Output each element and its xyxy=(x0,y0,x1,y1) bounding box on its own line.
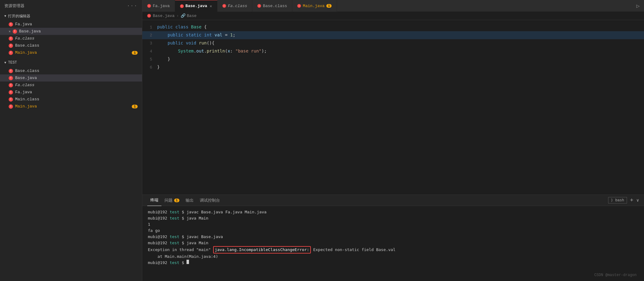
code-line-5: 5 } xyxy=(142,55,644,63)
sidebar-filename: Main.java xyxy=(15,50,37,55)
sidebar-more-button[interactable]: ··· xyxy=(127,3,138,9)
code-line-6: 6 } xyxy=(142,63,644,71)
sidebar-filename: Fa.java xyxy=(15,90,32,94)
error-dot: ! xyxy=(9,83,13,87)
problems-badge: 1 xyxy=(174,199,179,202)
term-host: test xyxy=(170,260,179,266)
code-line-2: 2 public static int val = 1; xyxy=(142,31,644,39)
test-section-label: TEST xyxy=(8,61,17,65)
open-editors-label: 打开的编辑器 xyxy=(8,14,30,19)
terminal-line: fa go xyxy=(148,228,638,234)
terminal-panel: 终端 问题 1 输出 调试控制台 ⟩ bash + ∨ mubi@192 te xyxy=(142,195,644,281)
sidebar-item-fa-java-open[interactable]: ! Fa.java xyxy=(0,21,142,28)
sidebar-item-test-base-class[interactable]: ! Base.class xyxy=(0,67,142,74)
sidebar: 资源管理器 ··· ▼ 打开的编辑器 ! Fa.java ✕ ! Base.ja… xyxy=(0,0,142,281)
sidebar-filename: Base.class xyxy=(15,43,39,48)
terminal-line: mubi@192 test $ javac Base.java Fa.java … xyxy=(148,209,638,215)
badge: 1 xyxy=(132,51,138,55)
sidebar-filename: Fa.class xyxy=(15,36,34,41)
breadcrumb: ! Base.java › 🔗 Base xyxy=(142,12,644,20)
term-host: test xyxy=(170,234,179,240)
code-editor[interactable]: 1 public class Base { 2 public static in… xyxy=(142,20,644,195)
tab-fa-class[interactable]: ! Fa.class xyxy=(217,0,252,12)
terminal-cursor xyxy=(187,260,189,264)
tab-close-icon[interactable]: ✕ xyxy=(210,4,212,9)
close-icon[interactable]: ✕ xyxy=(9,29,11,33)
terminal-tab-terminal[interactable]: 终端 xyxy=(147,195,161,206)
terminal-tab-output[interactable]: 输出 xyxy=(182,195,197,206)
tab-error-dot: ! xyxy=(147,4,151,8)
term-exception-prefix: Exception in thread "main" xyxy=(148,247,213,253)
sidebar-filename: Base.java xyxy=(19,29,41,34)
terminal-line: mubi@192 test $ java Main xyxy=(148,215,638,221)
test-section[interactable]: ▼ TEST xyxy=(0,58,142,67)
terminal-tab-problems[interactable]: 问题 1 xyxy=(161,195,182,206)
sidebar-item-base-class-open[interactable]: ! Base.class xyxy=(0,42,142,49)
sidebar-filename: Main.class xyxy=(15,97,39,102)
test-chevron: ▼ xyxy=(4,61,6,65)
sidebar-item-test-main-class[interactable]: ! Main.class xyxy=(0,96,142,103)
tab-label: Base.java xyxy=(186,4,207,8)
tab-label: Base.class xyxy=(263,4,287,8)
terminal-tabs-bar: 终端 问题 1 输出 调试控制台 ⟩ bash + ∨ xyxy=(142,195,644,206)
tab-fa-java[interactable]: ! Fa.java xyxy=(142,0,175,12)
sidebar-item-test-fa-class[interactable]: ! Fa.class xyxy=(0,82,142,89)
code-line-4: 4 System.out.println(x: "base run"); xyxy=(142,47,644,55)
code-line-3: 3 public void run(){ xyxy=(142,39,644,47)
sidebar-item-test-main-java[interactable]: ! Main.java 1 xyxy=(0,103,142,110)
term-error-highlight: java.lang.IncompatibleClassChangeError: xyxy=(213,246,311,254)
tab-base-java[interactable]: ! Base.java ✕ xyxy=(175,0,217,12)
open-editors-section[interactable]: ▼ 打开的编辑器 xyxy=(0,12,142,21)
tab-badge: 1 xyxy=(326,4,332,8)
term-user: mubi@192 xyxy=(148,215,167,221)
terminal-tab-label: 问题 xyxy=(165,198,173,203)
line-number: 1 xyxy=(142,24,157,31)
line-number: 4 xyxy=(142,48,157,55)
code-content: } xyxy=(157,56,170,62)
code-content: System.out.println(x: "base run"); xyxy=(157,48,267,54)
tab-error-dot: ! xyxy=(180,4,184,8)
tab-label: Fa.java xyxy=(153,4,170,8)
sidebar-item-base-java-open[interactable]: ✕ ! Base.java xyxy=(0,28,142,35)
sidebar-item-test-fa-java[interactable]: ! Fa.java xyxy=(0,89,142,96)
tab-error-dot: ! xyxy=(257,4,261,8)
run-button[interactable]: ▷ xyxy=(632,0,644,11)
open-editors-chevron: ▼ xyxy=(4,15,6,18)
tab-main-java[interactable]: ! Main.java 1 xyxy=(292,0,337,12)
sidebar-item-main-java-open[interactable]: ! Main.java 1 xyxy=(0,49,142,56)
term-host: test xyxy=(170,240,179,246)
terminal-prompt-line: mubi@192 test $ xyxy=(148,260,638,266)
sidebar-item-test-base-java[interactable]: ! Base.java xyxy=(0,74,142,82)
term-error-suffix: Expected non-static field Base.val xyxy=(311,247,396,253)
code-line-1: 1 public class Base { xyxy=(142,23,644,31)
terminal-add-button[interactable]: + xyxy=(630,197,633,203)
term-dollar: $ xyxy=(182,234,184,240)
term-output: 1 xyxy=(148,221,150,228)
terminal-tab-debug[interactable]: 调试控制台 xyxy=(197,195,223,206)
term-dollar: $ xyxy=(182,209,184,215)
error-dot: ! xyxy=(9,76,13,80)
term-cmd: javac Base.java Fa.java Main.java xyxy=(187,209,266,215)
term-dollar: $ xyxy=(182,240,184,246)
term-cmd: java Main xyxy=(187,215,208,221)
tab-base-class[interactable]: ! Base.class xyxy=(252,0,292,12)
terminal-tab-label: 调试控制台 xyxy=(200,198,220,203)
sidebar-filename: Base.java xyxy=(15,76,37,80)
sidebar-item-fa-class-open[interactable]: ! Fa.class xyxy=(0,35,142,42)
term-dollar: $ xyxy=(182,215,184,221)
breadcrumb-classname: Base xyxy=(187,14,196,18)
line-number: 5 xyxy=(142,56,157,63)
error-dot: ! xyxy=(9,69,13,73)
term-user: mubi@192 xyxy=(148,260,167,266)
watermark: CSDN @master-dragon xyxy=(594,273,637,277)
terminal-body[interactable]: mubi@192 test $ javac Base.java Fa.java … xyxy=(142,206,644,281)
tabs-bar: ! Fa.java ! Base.java ✕ ! Fa.class ! Bas… xyxy=(142,0,644,12)
breadcrumb-class-icon: 🔗 xyxy=(181,13,186,18)
breadcrumb-separator: › xyxy=(176,14,179,18)
terminal-more-button[interactable]: ∨ xyxy=(637,198,639,203)
error-dot: ! xyxy=(9,44,13,48)
code-content: } xyxy=(157,64,160,70)
terminal-actions: ⟩ bash + ∨ xyxy=(608,197,639,203)
term-host: test xyxy=(170,209,179,215)
main-area: ! Fa.java ! Base.java ✕ ! Fa.class ! Bas… xyxy=(142,0,644,281)
